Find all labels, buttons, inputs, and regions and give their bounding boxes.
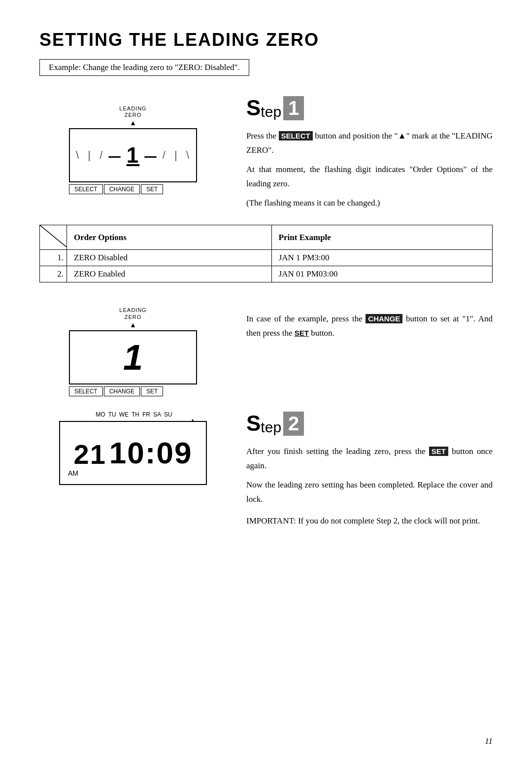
table-option-2: ZERO Enabled xyxy=(67,266,272,282)
clock1-buttons: SELECT CHANGE SET xyxy=(69,184,197,194)
table-example-1: JAN 1 PM3:00 xyxy=(271,250,492,266)
clock2-buttons: SELECT CHANGE SET xyxy=(69,386,197,396)
clock3-container: MO TU WE TH FR SA SU ▲ 21 10:09 xyxy=(39,411,227,485)
clock2-select-btn: SELECT xyxy=(69,386,103,396)
table-num-1: 1. xyxy=(40,250,67,266)
clock1-set-btn: SET xyxy=(141,184,163,194)
clock1-container: LEADING ZERO ▲ \ | / – 1 – / | \ SELECT xyxy=(39,105,227,194)
table-row: 2. ZERO Enabled JAN 01 PM03:00 xyxy=(40,266,493,282)
clock1-dash-left: – xyxy=(108,143,121,168)
subtitle: Example: Change the leading zero to "ZER… xyxy=(39,59,249,76)
table-num-2: 2. xyxy=(40,266,67,282)
clock3-box: 21 10:09 AM xyxy=(59,421,207,485)
clock1-box: \ | / – 1 – / | \ xyxy=(69,128,197,182)
page-title: SETTING THE LEADING ZERO xyxy=(39,30,493,50)
clock1-arrow: ▲ xyxy=(130,119,136,127)
step1-heading: Step 1 xyxy=(246,96,493,120)
table-header-print: Print Example xyxy=(271,225,492,250)
table-diag-cell xyxy=(40,225,67,250)
svg-line-0 xyxy=(40,225,66,247)
middle-body: In case of the example, press the CHANGE… xyxy=(246,312,493,341)
clock3-am: AM xyxy=(68,469,78,477)
clock1-digit: 1 xyxy=(127,143,139,168)
step1-body: Press the SELECT button and position the… xyxy=(246,129,493,210)
table-example-2: JAN 01 PM03:00 xyxy=(271,266,492,282)
clock1-display: \ | / – 1 – / | \ xyxy=(76,143,190,168)
clock2-arrow: ▲ xyxy=(130,321,136,329)
clock1-dash-right: – xyxy=(144,143,157,168)
step2-number: 2 xyxy=(283,412,304,436)
table-option-1: ZERO Disabled xyxy=(67,250,272,266)
step2-heading: Step 2 xyxy=(246,411,493,436)
clock2-display: 1 xyxy=(123,337,143,378)
clock1-change-btn: CHANGE xyxy=(104,184,140,194)
page-number: 11 xyxy=(485,736,493,746)
day-labels: MO TU WE TH FR SA SU xyxy=(94,411,172,418)
table-row: 1. ZERO Disabled JAN 1 PM3:00 xyxy=(40,250,493,266)
table-header-options: Order Options xyxy=(67,225,272,250)
clock2-set-btn: SET xyxy=(141,386,163,396)
clock1-slashes-right: / | \ xyxy=(163,149,190,162)
set-underline: SET xyxy=(295,329,309,337)
clock2-container: LEADING ZERO ▲ 1 SELECT CHANGE SET xyxy=(39,307,227,396)
clock3-time: 10:09 xyxy=(109,435,193,470)
options-table: Order Options Print Example 1. ZERO Disa… xyxy=(39,225,493,282)
clock1-select-btn: SELECT xyxy=(69,184,103,194)
clock3-day: 21 xyxy=(74,438,106,470)
change-highlight: CHANGE xyxy=(366,314,402,323)
set-highlight: SET xyxy=(429,447,448,456)
clock2-label: LEADING ZERO xyxy=(119,307,146,320)
step1-number: 1 xyxy=(283,96,304,120)
clock1-label: LEADING ZERO xyxy=(119,105,146,118)
clock1-slashes-left: \ | / xyxy=(76,149,103,162)
step2-body: After you finish setting the leading zer… xyxy=(246,445,493,528)
diag-line-icon xyxy=(40,225,66,247)
clock3-display: 21 10:09 xyxy=(74,435,193,470)
select-highlight: SELECT xyxy=(279,131,313,140)
clock2-box: 1 xyxy=(69,330,197,384)
clock2-change-btn: CHANGE xyxy=(104,386,140,396)
